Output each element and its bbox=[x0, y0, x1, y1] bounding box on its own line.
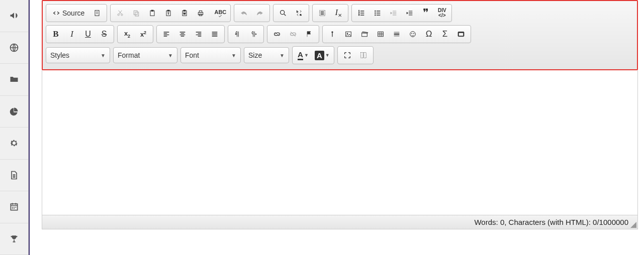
paste-word-button[interactable]: W bbox=[177, 6, 192, 20]
styles-combo[interactable]: Styles▼ bbox=[46, 47, 110, 63]
omega-icon: Ω bbox=[426, 29, 432, 39]
chevron-down-icon: ▼ bbox=[325, 53, 330, 58]
align-right-button[interactable] bbox=[191, 27, 206, 41]
maximize-button[interactable] bbox=[340, 48, 355, 62]
replace-button[interactable]: ba bbox=[292, 6, 307, 20]
div-label: DIV</> bbox=[438, 8, 446, 18]
outdent-button[interactable] bbox=[386, 6, 401, 20]
text-color-button[interactable]: A▼ bbox=[295, 48, 312, 62]
pin-icon bbox=[328, 30, 336, 38]
svg-point-34 bbox=[411, 33, 412, 34]
svg-rect-6 bbox=[135, 12, 139, 16]
svg-rect-32 bbox=[378, 32, 384, 36]
blocks-icon bbox=[359, 51, 367, 59]
source-button[interactable]: Source bbox=[48, 6, 88, 20]
maximize-icon bbox=[343, 51, 351, 59]
sidebar bbox=[0, 0, 29, 255]
trophy-icon bbox=[9, 234, 19, 244]
iframe-button[interactable] bbox=[453, 27, 469, 41]
select-all-button[interactable] bbox=[315, 6, 330, 20]
pie-chart-icon bbox=[9, 106, 19, 116]
align-center-button[interactable] bbox=[175, 27, 190, 41]
svg-rect-5 bbox=[134, 11, 138, 15]
ltr-button[interactable] bbox=[230, 27, 245, 41]
editor-toolbar: Source T W ABC ba I✕ 123 ❞ DIV</> B I U … bbox=[42, 0, 638, 70]
smiley-button[interactable] bbox=[405, 27, 420, 41]
remove-format-button[interactable]: I✕ bbox=[331, 6, 346, 20]
sidebar-item-bullhorn[interactable] bbox=[0, 0, 28, 32]
align-left-button[interactable] bbox=[159, 27, 174, 41]
hr-button[interactable] bbox=[389, 27, 404, 41]
sidebar-item-calendar[interactable] bbox=[0, 191, 28, 223]
svg-rect-16 bbox=[200, 11, 202, 12]
abc-label: ABC bbox=[214, 9, 226, 15]
bullet-list-button[interactable] bbox=[370, 6, 385, 20]
image-button[interactable] bbox=[341, 27, 356, 41]
svg-point-28 bbox=[332, 32, 333, 33]
svg-rect-10 bbox=[167, 10, 169, 12]
format-combo[interactable]: Format▼ bbox=[113, 47, 177, 63]
undo-icon bbox=[240, 9, 248, 17]
paste-word-icon: W bbox=[180, 9, 189, 17]
size-combo[interactable]: Size▼ bbox=[244, 47, 289, 63]
sidebar-item-globe[interactable] bbox=[0, 32, 28, 64]
table-button[interactable] bbox=[373, 27, 388, 41]
chevron-down-icon: ▼ bbox=[231, 53, 236, 58]
editor-content[interactable] bbox=[42, 70, 638, 215]
underline-button[interactable]: U bbox=[80, 27, 96, 41]
unlink-button[interactable] bbox=[286, 27, 301, 41]
placeholder-button[interactable] bbox=[325, 27, 340, 41]
bold-button[interactable]: B bbox=[48, 27, 63, 41]
calendar-icon bbox=[9, 202, 19, 212]
svg-rect-2 bbox=[95, 11, 99, 16]
font-combo[interactable]: Font▼ bbox=[180, 47, 241, 63]
math-button[interactable]: Σ bbox=[437, 27, 452, 41]
bullhorn-icon bbox=[9, 11, 19, 21]
quote-icon: ❞ bbox=[423, 7, 429, 20]
div-container-button[interactable]: DIV</> bbox=[434, 6, 449, 20]
sidebar-item-file[interactable] bbox=[0, 160, 28, 192]
link-button[interactable] bbox=[269, 27, 285, 41]
strike-button[interactable]: S bbox=[97, 27, 112, 41]
align-center-icon bbox=[178, 30, 187, 38]
svg-rect-8 bbox=[151, 10, 153, 12]
new-page-button[interactable] bbox=[89, 6, 105, 20]
globe-icon bbox=[9, 43, 19, 53]
rtl-button[interactable] bbox=[246, 27, 261, 41]
paste-text-button[interactable]: T bbox=[161, 6, 176, 20]
subscript-button[interactable]: x2 bbox=[120, 27, 135, 41]
cut-button[interactable] bbox=[113, 6, 128, 20]
folder-icon bbox=[9, 74, 19, 84]
redo-button[interactable] bbox=[252, 6, 267, 20]
superscript-button[interactable]: x2 bbox=[136, 27, 151, 41]
paste-text-icon: T bbox=[164, 9, 172, 17]
numbered-list-button[interactable]: 123 bbox=[354, 6, 369, 20]
resize-grip[interactable] bbox=[630, 222, 636, 228]
blockquote-button[interactable]: ❞ bbox=[418, 6, 433, 20]
ul-icon bbox=[374, 9, 382, 17]
undo-button[interactable] bbox=[236, 6, 251, 20]
find-button[interactable] bbox=[275, 6, 291, 20]
media-button[interactable] bbox=[357, 27, 372, 41]
copy-button[interactable] bbox=[129, 6, 144, 20]
sidebar-item-settings[interactable] bbox=[0, 128, 28, 160]
align-justify-icon bbox=[211, 30, 219, 38]
svg-text:T: T bbox=[168, 12, 170, 15]
copy-icon bbox=[132, 9, 140, 17]
chevron-down-icon: ▼ bbox=[101, 53, 106, 58]
sidebar-item-folder[interactable] bbox=[0, 64, 28, 96]
spellcheck-button[interactable]: ABC bbox=[209, 6, 228, 20]
search-icon bbox=[279, 9, 287, 17]
paste-button[interactable] bbox=[145, 6, 160, 20]
print-button[interactable] bbox=[193, 6, 208, 20]
sidebar-item-chart[interactable] bbox=[0, 96, 28, 128]
show-blocks-button[interactable] bbox=[356, 48, 371, 62]
sidebar-item-trophy[interactable] bbox=[0, 223, 28, 256]
align-justify-button[interactable] bbox=[207, 27, 222, 41]
special-char-button[interactable]: Ω bbox=[421, 27, 436, 41]
bg-color-button[interactable]: A▼ bbox=[313, 48, 332, 62]
redo-icon bbox=[256, 9, 264, 17]
anchor-button[interactable] bbox=[302, 27, 317, 41]
indent-button[interactable] bbox=[402, 6, 417, 20]
italic-button[interactable]: I bbox=[64, 27, 79, 41]
